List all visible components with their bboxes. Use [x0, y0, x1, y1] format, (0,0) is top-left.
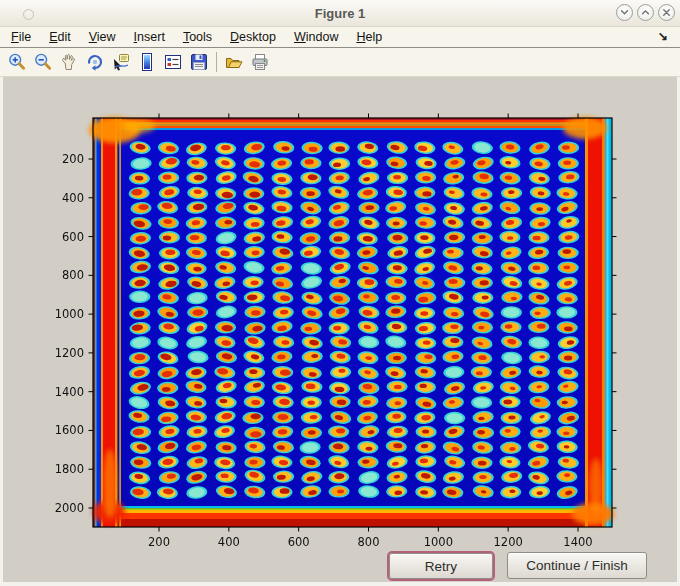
data-cursor-icon — [111, 52, 131, 72]
window-icon — [23, 9, 34, 20]
open-folder-icon — [224, 52, 244, 72]
legend-button[interactable] — [162, 52, 183, 73]
rotate-3d-button[interactable] — [84, 52, 105, 73]
menu-tools[interactable]: Tools — [174, 28, 221, 47]
menu-insert[interactable]: Insert — [125, 28, 174, 47]
svg-text:200: 200 — [148, 535, 170, 549]
y-axis-labels: 200400600800100012001400160018002000 — [55, 152, 84, 515]
svg-text:1000: 1000 — [55, 307, 84, 321]
close-button[interactable] — [658, 4, 675, 21]
data-cursor-button[interactable] — [110, 52, 131, 73]
menu-desktop[interactable]: Desktop — [221, 28, 285, 47]
menubar: FileEditViewInsertToolsDesktopWindowHelp… — [0, 27, 680, 48]
svg-text:600: 600 — [288, 535, 310, 549]
rotate-3d-icon — [85, 52, 105, 72]
svg-text:1600: 1600 — [55, 423, 84, 437]
menu-window[interactable]: Window — [285, 28, 347, 47]
chevron-up-icon — [640, 7, 651, 18]
svg-text:1000: 1000 — [424, 535, 453, 549]
svg-text:1200: 1200 — [494, 535, 523, 549]
colorbar-icon — [137, 52, 157, 72]
menu-view[interactable]: View — [80, 28, 125, 47]
dock-figure-icon[interactable]: ↘ — [658, 29, 668, 43]
chevron-down-icon — [619, 7, 630, 18]
continue-finish-button[interactable]: Continue / Finish — [507, 552, 647, 579]
menu-file[interactable]: File — [2, 28, 40, 47]
svg-text:1800: 1800 — [55, 462, 84, 476]
shade-button[interactable] — [616, 4, 633, 21]
open-folder-button[interactable] — [223, 52, 244, 73]
pan-button[interactable] — [58, 52, 79, 73]
svg-text:2000: 2000 — [55, 501, 84, 515]
svg-text:1400: 1400 — [563, 535, 592, 549]
svg-text:400: 400 — [218, 535, 240, 549]
toolbar — [0, 48, 680, 77]
svg-text:600: 600 — [62, 230, 84, 244]
pan-icon — [59, 52, 79, 72]
close-icon — [661, 7, 672, 18]
window-title: Figure 1 — [315, 6, 366, 21]
plot-axes[interactable]: 2004006008001000120014002004006008001000… — [93, 118, 612, 527]
zoom-in-icon — [7, 52, 27, 72]
save-icon — [189, 52, 209, 72]
print-icon — [250, 52, 270, 72]
menu-help[interactable]: Help — [347, 28, 391, 47]
svg-text:1400: 1400 — [55, 385, 84, 399]
print-button[interactable] — [249, 52, 270, 73]
retry-button[interactable]: Retry — [389, 553, 493, 579]
window-border-left — [0, 26, 3, 586]
svg-text:1200: 1200 — [55, 346, 84, 360]
colorbar-button[interactable] — [136, 52, 157, 73]
x-axis-labels: 200400600800100012001400 — [148, 535, 593, 549]
window-controls — [616, 4, 675, 21]
maximize-button[interactable] — [637, 4, 654, 21]
legend-icon — [163, 52, 183, 72]
svg-text:200: 200 — [62, 152, 84, 166]
window-border-bottom — [0, 582, 680, 586]
menu-edit[interactable]: Edit — [40, 28, 80, 47]
zoom-out-icon — [33, 52, 53, 72]
heatmap-image — [89, 117, 614, 527]
svg-text:400: 400 — [62, 191, 84, 205]
svg-text:800: 800 — [62, 268, 84, 282]
save-button[interactable] — [188, 52, 209, 73]
toolbar-separator — [216, 52, 217, 72]
zoom-in-button[interactable] — [6, 52, 27, 73]
svg-text:800: 800 — [358, 535, 380, 549]
zoom-out-button[interactable] — [32, 52, 53, 73]
titlebar[interactable]: Figure 1 — [0, 0, 680, 27]
